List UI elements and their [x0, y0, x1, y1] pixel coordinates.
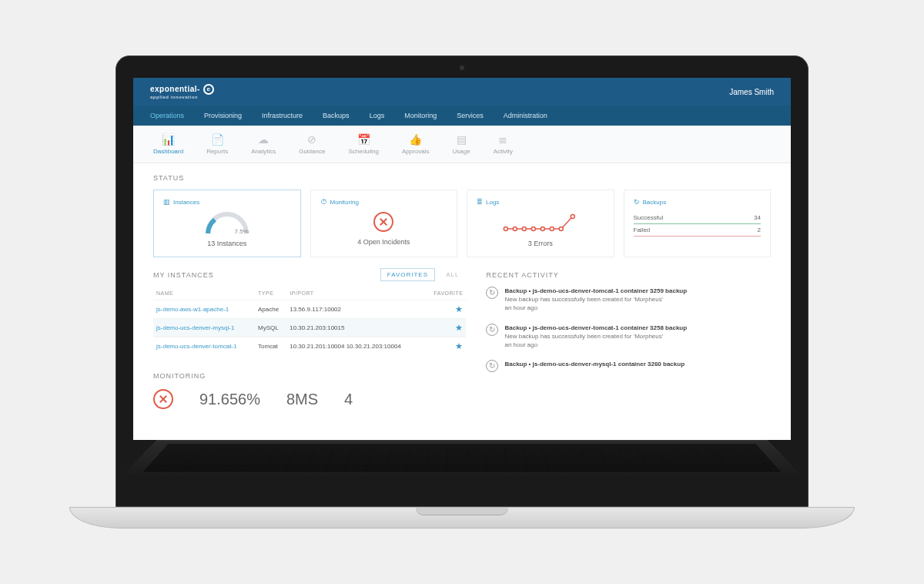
refresh-icon	[486, 360, 498, 372]
reports-icon: 📄	[206, 133, 228, 146]
svg-point-5	[550, 227, 554, 231]
main-nav: Operations Provisioning Infrastructure B…	[133, 106, 791, 126]
subnav-activity[interactable]: ≣ Activity	[494, 133, 513, 155]
backup-row-success: Successful 34	[634, 212, 762, 224]
nav-administration[interactable]: Administration	[504, 112, 547, 119]
brand-name: exponential-	[150, 85, 200, 93]
guidance-icon: ⊘	[299, 133, 325, 146]
instances-icon: ▥	[163, 198, 170, 206]
analytics-icon: ☁	[251, 133, 276, 146]
subnav-usage[interactable]: ▤ Usage	[453, 133, 470, 155]
svg-point-4	[541, 227, 544, 231]
subnav-analytics[interactable]: ☁ Analytics	[251, 133, 276, 155]
logs-sparkline	[477, 212, 604, 235]
nav-backups[interactable]: Backups	[323, 112, 350, 119]
subnav-guidance[interactable]: ⊘ Guidance	[299, 133, 325, 155]
monitoring-response: 8MS	[286, 391, 318, 408]
tab-all[interactable]: ALL	[439, 268, 466, 281]
tab-favorites[interactable]: FAVORITES	[380, 268, 435, 281]
scheduling-icon: 📅	[348, 133, 379, 146]
activity-heading: RECENT ACTIVITY	[486, 271, 771, 279]
subnav-approvals[interactable]: 👍 Approvals	[402, 133, 430, 155]
subnav-reports[interactable]: 📄 Reports	[206, 133, 228, 155]
instance-link[interactable]: js-demo-ucs-denver-mysql-1	[156, 324, 234, 331]
svg-point-0	[504, 227, 507, 231]
brand-logo[interactable]: exponential-e applied innovation	[150, 84, 214, 99]
laptop-notch	[416, 508, 508, 515]
table-row[interactable]: js-demo-ucs-denver-tomcat-1 Tomcat 10.30…	[153, 337, 466, 356]
laptop-keyboard	[123, 440, 802, 475]
nav-provisioning[interactable]: Provisioning	[204, 112, 242, 119]
monitoring-summary: 4 Open Incidents	[320, 238, 448, 246]
activity-icon: ≣	[494, 133, 513, 146]
laptop-camera	[460, 65, 464, 70]
col-ipport[interactable]: IP/PORT	[286, 287, 424, 300]
activity-item[interactable]: Backup • js-demo-ucs-denver-tomcat-1 con…	[486, 287, 771, 313]
star-icon[interactable]: ★	[424, 319, 466, 337]
approvals-icon: 👍	[402, 133, 430, 146]
logs-card-icon: ≣	[477, 198, 483, 206]
instances-percent: 7.5%	[235, 228, 249, 235]
status-heading: STATUS	[153, 174, 771, 182]
svg-point-7	[571, 215, 574, 219]
instances-gauge: 7.5%	[204, 212, 250, 235]
instances-tabs: FAVORITES ALL	[379, 271, 467, 278]
app-screen: exponential-e applied innovation James S…	[133, 78, 791, 440]
nav-logs[interactable]: Logs	[370, 112, 385, 119]
instances-heading: MY INSTANCES FAVORITES ALL	[153, 271, 466, 279]
backups-card-icon: ↻	[634, 198, 640, 206]
monitoring-availability: 91.656%	[199, 391, 260, 408]
incidents-icon	[373, 212, 393, 232]
usage-icon: ▤	[453, 133, 470, 146]
instance-link[interactable]: js-demo-aws-w1-apache-1	[156, 306, 229, 313]
monitoring-incidents: 4	[344, 391, 353, 408]
subnav-scheduling[interactable]: 📅 Scheduling	[348, 133, 379, 155]
svg-point-1	[513, 227, 517, 231]
svg-point-3	[531, 227, 535, 231]
instance-link[interactable]: js-demo-ucs-denver-tomcat-1	[156, 343, 236, 350]
col-favorite[interactable]: FAVORITE	[424, 287, 466, 300]
monitoring-status-icon	[153, 389, 173, 409]
nav-operations[interactable]: Operations	[150, 112, 184, 119]
svg-point-2	[522, 227, 526, 231]
status-card-instances[interactable]: ▥Instances 7.5% 13 Instances	[153, 190, 301, 257]
nav-monitoring[interactable]: Monitoring	[404, 112, 437, 119]
refresh-icon	[486, 287, 498, 299]
status-card-logs[interactable]: ≣Logs	[467, 190, 614, 257]
laptop-base	[69, 507, 855, 529]
laptop-bezel: exponential-e applied innovation James S…	[116, 55, 808, 507]
sub-nav: 📊 Dashboard 📄 Reports ☁ Analytics ⊘ Guid…	[133, 126, 791, 163]
laptop-frame: exponential-e applied innovation James S…	[116, 55, 808, 529]
subnav-dashboard[interactable]: 📊 Dashboard	[153, 133, 183, 155]
logs-summary: 3 Errors	[477, 240, 604, 247]
star-icon[interactable]: ★	[424, 300, 466, 319]
nav-services[interactable]: Services	[457, 112, 484, 119]
status-cards: ▥Instances 7.5% 13 Instances	[153, 190, 771, 257]
table-row[interactable]: js-demo-ucs-denver-mysql-1 MySQL 10.30.2…	[153, 319, 466, 337]
svg-point-6	[559, 227, 563, 231]
backup-row-failed: Failed 2	[634, 224, 762, 237]
user-name[interactable]: James Smith	[729, 88, 774, 96]
activity-item[interactable]: Backup • js-demo-ucs-denver-mysql-1 cont…	[486, 360, 771, 372]
dashboard-icon: 📊	[153, 133, 183, 146]
content: STATUS ▥Instances 7.5%	[133, 163, 791, 420]
nav-infrastructure[interactable]: Infrastructure	[262, 112, 303, 119]
topbar: exponential-e applied innovation James S…	[133, 78, 791, 106]
star-icon[interactable]: ★	[424, 337, 466, 356]
monitoring-summary-row: 91.656% 8MS 4	[153, 389, 466, 409]
activity-item[interactable]: Backup • js-demo-ucs-denver-tomcat-1 con…	[486, 324, 771, 350]
col-type[interactable]: TYPE	[255, 287, 286, 300]
brand-tagline: applied innovation	[150, 95, 214, 99]
instances-summary: 13 Instances	[163, 240, 291, 247]
brand-mark-icon: e	[203, 84, 214, 95]
status-card-monitoring[interactable]: ⏱Monitoring 4 Open Incidents	[310, 190, 458, 257]
monitoring-heading: MONITORING	[153, 372, 466, 380]
instances-table: NAME TYPE IP/PORT FAVORITE js-demo-aws-w…	[153, 287, 466, 355]
refresh-icon	[486, 324, 498, 336]
col-name[interactable]: NAME	[153, 287, 255, 300]
status-card-backups[interactable]: ↻Backups Successful 34 Failed 2	[624, 190, 772, 257]
table-row[interactable]: js-demo-aws-w1-apache-1 Apache 13.56.9.1…	[153, 300, 466, 319]
monitoring-card-icon: ⏱	[320, 198, 327, 206]
